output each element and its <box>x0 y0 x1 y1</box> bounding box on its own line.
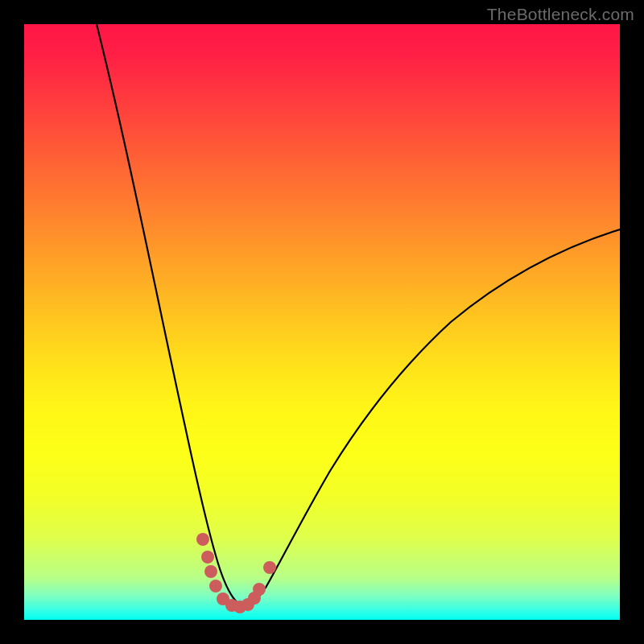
marker-dot <box>209 580 222 592</box>
chart-plot-area <box>24 24 620 620</box>
marker-dot <box>201 551 214 564</box>
chart-svg <box>24 24 620 620</box>
watermark-text: TheBottleneck.com <box>487 5 634 24</box>
marker-dot <box>263 561 276 574</box>
bottleneck-curve <box>97 24 620 609</box>
marker-dot <box>253 583 266 596</box>
curve-markers <box>196 533 276 613</box>
marker-dot <box>196 533 209 546</box>
curve-path-left <box>97 24 246 609</box>
marker-dot <box>204 565 217 578</box>
curve-path-right <box>236 229 620 609</box>
